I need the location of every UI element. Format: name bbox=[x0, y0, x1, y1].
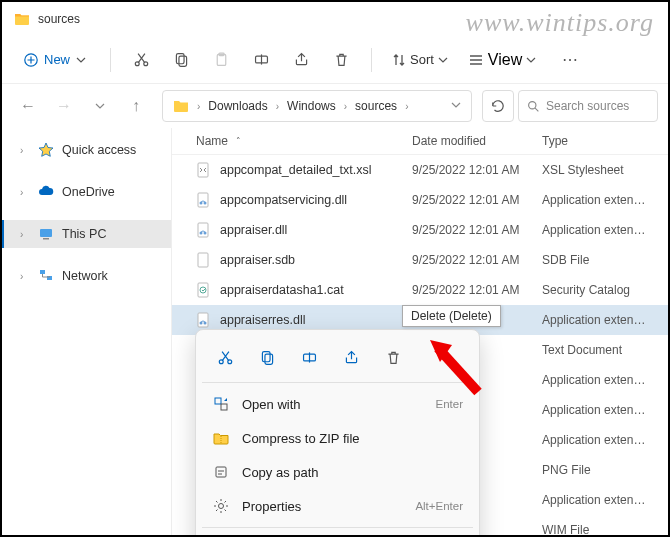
ctx-item-zip[interactable]: Compress to ZIP file bbox=[202, 421, 473, 455]
navigation-bar: ← → ↑ › Downloads › Windows › sources › … bbox=[2, 84, 668, 128]
svg-rect-4 bbox=[178, 56, 186, 66]
svg-point-42 bbox=[219, 359, 223, 363]
cloud-icon bbox=[38, 184, 54, 200]
paste-button[interactable] bbox=[203, 42, 239, 78]
ctx-delete-button[interactable] bbox=[374, 340, 412, 374]
search-box[interactable]: Search sources bbox=[518, 90, 658, 122]
column-type[interactable]: Type bbox=[542, 134, 668, 148]
delete-button[interactable] bbox=[323, 42, 359, 78]
ctx-label: Properties bbox=[242, 499, 301, 514]
svg-rect-9 bbox=[40, 229, 52, 237]
copypath-icon bbox=[212, 463, 230, 481]
ctx-cut-button[interactable] bbox=[206, 340, 244, 374]
sidebar-item-onedrive[interactable]: › OneDrive bbox=[2, 178, 171, 206]
file-row[interactable]: appcompat_detailed_txt.xsl9/25/2022 12:0… bbox=[172, 155, 668, 185]
file-row[interactable]: appcompatservicing.dll9/25/2022 12:01 AM… bbox=[172, 185, 668, 215]
svg-rect-23 bbox=[198, 313, 208, 327]
chevron-right-icon[interactable]: › bbox=[274, 101, 281, 112]
file-icon bbox=[196, 192, 212, 208]
chevron-down-icon bbox=[438, 55, 448, 65]
sidebar-item-network[interactable]: › Network bbox=[2, 262, 171, 290]
svg-rect-48 bbox=[221, 404, 227, 410]
share-button[interactable] bbox=[283, 42, 319, 78]
context-icon-row bbox=[202, 336, 473, 378]
file-type: Security Catalog bbox=[542, 283, 668, 297]
sidebar-item-quick-access[interactable]: › Quick access bbox=[2, 136, 171, 164]
sort-ascending-icon: ˄ bbox=[236, 136, 241, 146]
svg-point-2 bbox=[143, 62, 147, 66]
properties-icon bbox=[212, 497, 230, 515]
ctx-shortcut: Enter bbox=[436, 398, 464, 410]
file-icon bbox=[196, 222, 212, 238]
up-button[interactable]: ↑ bbox=[120, 90, 152, 122]
chevron-down-icon[interactable] bbox=[445, 100, 467, 112]
sort-icon bbox=[392, 53, 406, 67]
file-date: 9/25/2022 12:01 AM bbox=[412, 163, 542, 177]
ctx-copy-button[interactable] bbox=[248, 340, 286, 374]
forward-button[interactable]: → bbox=[48, 90, 80, 122]
svg-point-8 bbox=[529, 101, 536, 108]
svg-rect-47 bbox=[215, 398, 221, 404]
chevron-right-icon[interactable]: › bbox=[20, 271, 30, 282]
file-date: 9/25/2022 12:01 AM bbox=[412, 253, 542, 267]
recent-button[interactable] bbox=[84, 90, 116, 122]
column-headers: Name˄ Date modified Type bbox=[172, 128, 668, 155]
ctx-item-openwith[interactable]: Open withEnter bbox=[202, 387, 473, 421]
star-icon bbox=[38, 142, 54, 158]
sort-button[interactable]: Sort bbox=[384, 46, 456, 73]
command-bar: New Sort View ⋯ bbox=[2, 36, 668, 84]
refresh-button[interactable] bbox=[482, 90, 514, 122]
title-bar: sources bbox=[2, 2, 668, 36]
svg-rect-45 bbox=[264, 354, 272, 364]
more-button[interactable]: ⋯ bbox=[552, 42, 588, 78]
svg-rect-20 bbox=[198, 253, 208, 267]
file-icon bbox=[196, 252, 212, 268]
svg-rect-13 bbox=[198, 163, 208, 177]
chevron-right-icon[interactable]: › bbox=[20, 145, 30, 156]
rename-button[interactable] bbox=[243, 42, 279, 78]
breadcrumb[interactable]: Downloads bbox=[202, 95, 273, 117]
ctx-share-button[interactable] bbox=[332, 340, 370, 374]
chevron-right-icon[interactable]: › bbox=[20, 229, 30, 240]
view-button[interactable]: View bbox=[460, 45, 544, 75]
ctx-item-copypath[interactable]: Copy as path bbox=[202, 455, 473, 489]
chevron-right-icon[interactable]: › bbox=[403, 101, 410, 112]
file-type: Application exten… bbox=[542, 313, 668, 327]
folder-icon bbox=[14, 11, 30, 27]
file-type: PNG File bbox=[542, 463, 668, 477]
breadcrumb[interactable]: sources bbox=[349, 95, 403, 117]
column-date[interactable]: Date modified bbox=[412, 134, 542, 148]
delete-tooltip: Delete (Delete) bbox=[402, 305, 501, 327]
chevron-down-icon bbox=[526, 55, 536, 65]
file-row[interactable]: appraiser.sdb9/25/2022 12:01 AMSDB File bbox=[172, 245, 668, 275]
file-row[interactable]: appraiser.dll9/25/2022 12:01 AMApplicati… bbox=[172, 215, 668, 245]
file-name: appcompat_detailed_txt.xsl bbox=[220, 163, 371, 177]
sidebar-item-this-pc[interactable]: › This PC bbox=[2, 220, 171, 248]
ctx-item-properties[interactable]: PropertiesAlt+Enter bbox=[202, 489, 473, 523]
openwith-icon bbox=[212, 395, 230, 413]
context-menu: Open withEnterCompress to ZIP fileCopy a… bbox=[195, 329, 480, 537]
file-type: Application exten… bbox=[542, 403, 668, 417]
file-icon bbox=[196, 312, 212, 328]
svg-rect-3 bbox=[176, 54, 184, 64]
ctx-item-more[interactable]: Show more optionsShift+F10 bbox=[202, 532, 473, 537]
chevron-right-icon[interactable]: › bbox=[20, 187, 30, 198]
svg-point-50 bbox=[219, 504, 224, 509]
separator bbox=[202, 382, 473, 383]
address-bar[interactable]: › Downloads › Windows › sources › bbox=[162, 90, 472, 122]
back-button[interactable]: ← bbox=[12, 90, 44, 122]
ctx-label: Copy as path bbox=[242, 465, 319, 480]
copy-button[interactable] bbox=[163, 42, 199, 78]
column-name[interactable]: Name˄ bbox=[172, 134, 412, 148]
pc-icon bbox=[38, 226, 54, 242]
svg-point-1 bbox=[135, 62, 139, 66]
breadcrumb[interactable]: Windows bbox=[281, 95, 342, 117]
file-name: appraiserres.dll bbox=[220, 313, 305, 327]
cut-button[interactable] bbox=[123, 42, 159, 78]
chevron-right-icon[interactable]: › bbox=[342, 101, 349, 112]
separator bbox=[202, 527, 473, 528]
chevron-right-icon[interactable]: › bbox=[195, 101, 202, 112]
file-row[interactable]: appraiserdatasha1.cat9/25/2022 12:01 AMS… bbox=[172, 275, 668, 305]
ctx-rename-button[interactable] bbox=[290, 340, 328, 374]
new-button[interactable]: New bbox=[12, 46, 98, 73]
